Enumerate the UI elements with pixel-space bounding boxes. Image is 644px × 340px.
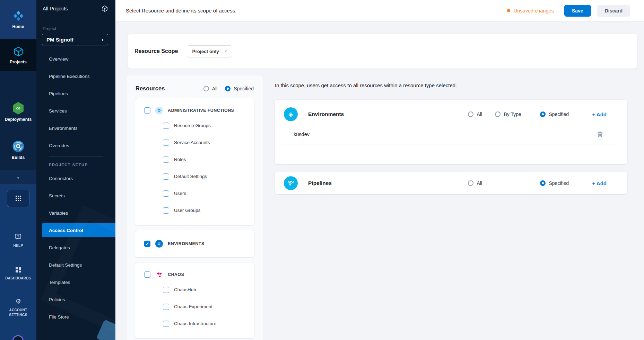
environments-add-button[interactable]: + Add [592, 111, 607, 117]
sidebar-item-services[interactable]: Services [36, 102, 115, 119]
child-label: Roles [174, 157, 186, 162]
environments-radio-all[interactable] [468, 111, 473, 117]
discard-button[interactable]: Discard [597, 5, 630, 17]
environments-card-title: Environments [308, 111, 344, 117]
environment-item-name: k8sdev [294, 132, 310, 137]
page-description: Select Resource and define its scope of … [126, 8, 236, 14]
resource-scope-card: Resource Scope Project only ˅ [128, 34, 637, 69]
child-label: Chaos Experiment [174, 304, 212, 309]
help-icon: ? [14, 233, 23, 241]
checkbox-user-groups[interactable] [163, 207, 169, 214]
check-icon: ✓ [146, 242, 149, 246]
pipelines-scope-card: Pipelines All Specified + Add [275, 172, 627, 194]
rail-item-deployments[interactable]: ∞ Deployments [0, 97, 36, 126]
rail-label-home: Home [12, 24, 24, 29]
rail-item-builds[interactable]: Builds [0, 135, 36, 164]
rail-item-dashboards[interactable]: DASHBOARDS [0, 262, 36, 285]
project-label: Project [43, 26, 115, 31]
checkbox-resource-groups[interactable] [163, 123, 169, 129]
checkbox-chaos-experiment[interactable] [163, 304, 169, 310]
svg-text:?: ? [17, 234, 19, 238]
rail-expand-toggle[interactable]: ▾ [0, 170, 36, 185]
resources-radio-all[interactable] [203, 86, 209, 91]
rail-item-projects[interactable]: Projects [0, 39, 36, 71]
delete-icon[interactable] [597, 131, 603, 138]
sidebar-item-environments[interactable]: Environments [36, 119, 115, 137]
cube-icon [101, 5, 108, 12]
project-name: PM Signoff [46, 37, 102, 43]
save-button[interactable]: Save [564, 5, 591, 17]
resources-radio-specified-label: Specified [234, 86, 254, 91]
unsaved-dot-icon [507, 9, 510, 12]
project-sidebar: All Projects Project PM Signoff › Overvi… [36, 0, 115, 340]
pipelines-card-title: Pipelines [308, 180, 332, 186]
pipelines-icon [284, 176, 298, 190]
rail-label-help: HELP [14, 243, 23, 249]
checkbox-roles[interactable] [163, 156, 169, 163]
child-label: User Groups [174, 208, 201, 213]
resource-scope-value: Project only [192, 49, 219, 54]
resources-title: Resources [136, 85, 165, 92]
sidebar-item-pipeline-executions[interactable]: Pipeline Executions [36, 68, 115, 85]
checkbox-service-accounts[interactable] [163, 140, 169, 146]
rail-item-help[interactable]: ? HELP [0, 231, 36, 251]
chevron-down-icon: ˅ [225, 49, 227, 54]
environment-item-row: k8sdev [282, 131, 618, 144]
child-label: Chaos Infrastructure [174, 321, 216, 326]
pipelines-radio-specified[interactable] [540, 180, 546, 186]
rail-item-account-settings[interactable]: ⚙ ACCOUNT SETTINGS [0, 294, 36, 321]
child-label: Default Settings [174, 174, 207, 179]
group-label: ENVIRONMENTS [168, 241, 204, 246]
environments-radio-by-type[interactable] [495, 111, 501, 117]
builds-icon [12, 140, 25, 153]
resources-radio-specified[interactable] [225, 86, 230, 91]
sidebar-item-overview[interactable]: Overview [36, 50, 115, 68]
projects-icon [13, 46, 24, 57]
resource-scope-select[interactable]: Project only ˅ [187, 45, 232, 57]
rail-label-account-settings: ACCOUNT SETTINGS [9, 308, 27, 318]
sidebar-item-pipelines[interactable]: Pipelines [36, 85, 115, 102]
rail-item-home[interactable]: Home [0, 0, 36, 39]
group-label: ADMINISTRATIVE FUNCTIONS [168, 108, 234, 113]
project-setup-heading: PROJECT SETUP [36, 156, 115, 170]
project-selector[interactable]: PM Signoff › [42, 34, 108, 45]
unsaved-changes-label: Unsaved changes [514, 8, 554, 14]
pipelines-radio-specified-label: Specified [549, 180, 569, 186]
sidebar-item-secrets[interactable]: Secrets [36, 187, 115, 204]
environments-group-icon: ⚙ [155, 240, 163, 248]
resource-group-administrative-functions: ⚙ ADMINISTRATIVE FUNCTIONS Resource Grou… [135, 98, 254, 225]
pipelines-add-button[interactable]: + Add [592, 180, 607, 186]
module-rail: Home Projects ∞ Deployments Builds [0, 0, 36, 340]
rail-label-deployments: Deployments [5, 117, 32, 122]
child-label: Users [174, 191, 186, 196]
all-projects-header[interactable]: All Projects [36, 0, 115, 17]
rail-label-projects: Projects [10, 60, 27, 64]
grid-icon [15, 195, 22, 202]
all-projects-label: All Projects [43, 6, 101, 11]
checkbox-administrative-functions[interactable] [144, 107, 150, 114]
pipelines-radio-all-label: All [477, 180, 482, 186]
chaos-icon [155, 271, 163, 278]
checkbox-users[interactable] [163, 190, 169, 197]
environments-radio-specified[interactable] [540, 111, 546, 117]
checkbox-chaos[interactable] [144, 271, 150, 278]
group-label: CHAOS [168, 272, 184, 277]
checkbox-default-settings[interactable] [163, 173, 169, 180]
chevron-right-icon: › [102, 36, 104, 43]
main-area: Select Resource and define its scope of … [115, 0, 644, 340]
administrative-functions-icon: ⚙ [155, 107, 163, 114]
topbar: Select Resource and define its scope of … [115, 0, 644, 21]
checkbox-chaos-infrastructure[interactable] [163, 321, 169, 327]
sidebar-item-overrides[interactable]: Overrides [36, 137, 115, 154]
checkbox-chaoshub[interactable] [163, 287, 169, 293]
pipelines-radio-all[interactable] [468, 180, 473, 186]
dashboards-icon [15, 266, 22, 274]
module-switcher-button[interactable] [7, 190, 29, 207]
sidebar-item-connectors[interactable]: Connectors [36, 170, 115, 187]
environments-radio-specified-label: Specified [549, 111, 569, 117]
resource-group-environments: ✓ ⚙ ENVIRONMENTS [135, 230, 254, 258]
checkbox-environments[interactable]: ✓ [144, 241, 150, 247]
child-label: Resource Groups [174, 123, 211, 128]
resources-panel: Resources All Specified ⚙ [127, 75, 263, 340]
resource-group-chaos: CHAOS ChaosHub Chaos Experiment Chaos In… [135, 262, 254, 339]
